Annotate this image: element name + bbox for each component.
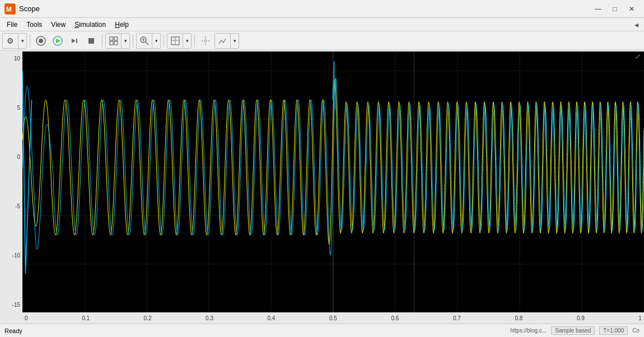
expand-icon[interactable]: ⤢ [635, 53, 641, 60]
y-label-n5: -5 [0, 204, 22, 209]
minimize-button[interactable]: — [590, 3, 606, 15]
plot-area[interactable] [22, 52, 644, 312]
x-label-08: 0.8 [515, 315, 522, 321]
separator-3 [133, 35, 133, 47]
menu-tools[interactable]: Tools [22, 20, 46, 30]
x-label-02: 0.2 [144, 315, 152, 321]
svg-rect-8 [88, 38, 94, 44]
svg-rect-7 [76, 39, 77, 43]
menu-help[interactable]: Help [110, 20, 133, 30]
statusbar: Ready https://blog.c... Sample based T=1… [0, 324, 644, 337]
time-indicator: T=1.000 [599, 326, 628, 335]
x-axis-row: 0 0.1 0.2 0.3 0.4 0.5 0.6 0.7 0.8 0.9 1 [0, 312, 644, 324]
status-right: https://blog.c... Sample based T=1.000 C… [510, 326, 640, 335]
y-label-n10: -10 [0, 253, 22, 259]
scope-canvas [22, 52, 644, 312]
titlebar: M Scope — □ ✕ [0, 0, 644, 18]
svg-rect-11 [110, 41, 113, 45]
x-label-1: 1 [638, 315, 642, 321]
axes-arrow[interactable]: ▾ [183, 34, 191, 48]
svg-rect-9 [110, 37, 113, 40]
measure-btn-group: ▾ [214, 33, 239, 49]
zoom-button[interactable] [137, 34, 152, 48]
svg-rect-12 [114, 41, 118, 45]
url-hint: https://blog.c... [510, 327, 547, 334]
cursor-button[interactable] [198, 34, 213, 48]
status-text: Ready [4, 327, 510, 334]
menu-view[interactable]: View [46, 20, 70, 30]
svg-text:M: M [6, 6, 12, 13]
measure-button[interactable] [215, 34, 231, 48]
svg-rect-10 [114, 37, 118, 40]
x-axis: 0 0.1 0.2 0.3 0.4 0.5 0.6 0.7 0.8 0.9 1 [22, 312, 644, 324]
separator-1 [30, 35, 30, 47]
close-button[interactable]: ✕ [624, 3, 640, 15]
zoom-arrow[interactable]: ▾ [152, 34, 160, 48]
mode-indicator: Sample based [551, 326, 595, 335]
svg-marker-6 [72, 39, 76, 43]
y-label-n15: -15 [0, 302, 22, 308]
x-label-09: 0.9 [577, 315, 585, 321]
x-label-0: 0 [25, 315, 28, 321]
settings-arrow[interactable]: ▾ [18, 34, 26, 48]
x-label-04: 0.4 [268, 315, 276, 321]
separator-5 [194, 35, 195, 47]
svg-line-14 [146, 42, 148, 45]
axes-button[interactable] [167, 34, 183, 48]
maximize-button[interactable]: □ [607, 3, 623, 15]
corner-text: Co [632, 327, 640, 334]
y-label-0: 0 [0, 155, 22, 160]
run-button[interactable] [50, 34, 66, 48]
x-label-05: 0.5 [329, 315, 337, 321]
open-button[interactable] [33, 34, 49, 48]
svg-marker-5 [56, 39, 60, 43]
y-label-5: 5 [0, 105, 22, 111]
plot-wrapper: 10 5 0 -5 -10 -15 [0, 52, 644, 312]
menu-simulation[interactable]: Simulation [70, 20, 110, 30]
app-logo: M [4, 3, 16, 15]
menu-collapse-arrow[interactable]: ◂ [631, 19, 642, 30]
scope-container: ⤢ 10 5 0 -5 -10 -15 0 0.1 0.2 0.3 0.4 0.… [0, 50, 644, 324]
y-label-10: 10 [0, 56, 22, 62]
x-label-01: 0.1 [82, 315, 90, 321]
layout-arrow[interactable]: ▾ [122, 34, 129, 48]
zoom-btn-group: ▾ [136, 33, 161, 49]
settings-btn-group: ⚙ ▾ [2, 33, 27, 49]
x-label-07: 0.7 [453, 315, 461, 321]
layout-btn-group: ▾ [105, 33, 130, 49]
layout-button[interactable] [106, 34, 122, 48]
window-controls: — □ ✕ [590, 3, 640, 15]
x-label-06: 0.6 [391, 315, 399, 321]
stop-button[interactable] [83, 34, 99, 48]
separator-2 [102, 35, 102, 47]
menubar: File Tools View Simulation Help ◂ [0, 18, 644, 31]
menu-file[interactable]: File [2, 20, 22, 30]
y-axis: 10 5 0 -5 -10 -15 [0, 52, 22, 312]
svg-point-3 [39, 39, 43, 43]
separator-4 [164, 35, 164, 47]
settings-button[interactable]: ⚙ [3, 34, 18, 48]
axes-btn-group: ▾ [167, 33, 192, 49]
window-title: Scope [19, 4, 590, 13]
x-label-03: 0.3 [206, 315, 213, 321]
step-button[interactable] [67, 34, 82, 48]
toolbar: ⚙ ▾ ▾ ▾ ▾ [0, 31, 644, 50]
measure-arrow[interactable]: ▾ [231, 34, 239, 48]
